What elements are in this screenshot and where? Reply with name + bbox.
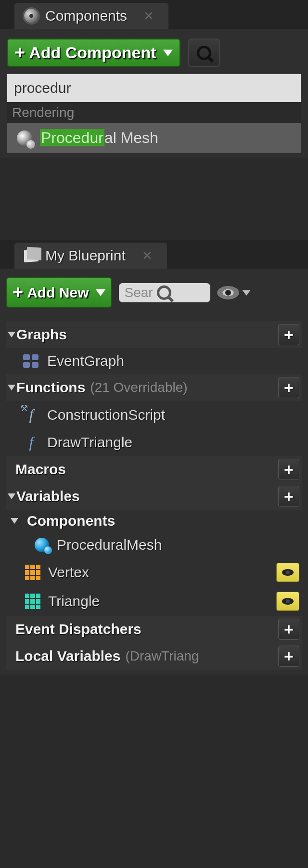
component-var-icon	[35, 538, 49, 552]
blueprint-tab-title: My Blueprint	[45, 247, 126, 264]
panel-gap	[0, 158, 308, 240]
expand-icon	[8, 332, 15, 337]
item-label: DrawTriangle	[47, 434, 132, 451]
visibility-toggle[interactable]	[276, 592, 299, 611]
plus-icon: +	[14, 42, 25, 63]
construction-function-icon: f	[23, 406, 39, 424]
blueprint-tab-bar: My Blueprint ✕	[0, 240, 308, 269]
add-new-label: Add New	[27, 285, 89, 301]
close-icon[interactable]: ✕	[143, 9, 154, 24]
component-result-procedural-mesh[interactable]: Procedural Mesh	[7, 123, 301, 153]
add-macro-button[interactable]: +	[278, 459, 299, 480]
category-label: Graphs	[16, 326, 67, 343]
category-hint: (21 Overridable)	[90, 380, 187, 395]
item-label: Vertex	[48, 564, 89, 581]
expand-icon	[8, 385, 15, 390]
my-blueprint-panel: My Blueprint ✕ + Add New Sear Gr	[0, 240, 308, 674]
mesh-component-icon	[17, 130, 32, 146]
add-component-label: Add Component	[29, 43, 156, 62]
function-item-constructionscript[interactable]: f ConstructionScript	[6, 401, 302, 428]
components-tab[interactable]: Components ✕	[14, 3, 168, 29]
variable-triangle[interactable]: Triangle	[6, 587, 302, 616]
dropdown-caret-icon	[163, 50, 173, 56]
add-component-button[interactable]: + Add Component	[7, 39, 180, 67]
search-icon	[157, 285, 171, 300]
dropdown-caret-icon	[242, 290, 251, 296]
category-label: Variables	[16, 488, 80, 505]
category-label: Macros	[15, 461, 66, 478]
search-icon	[197, 46, 211, 60]
plus-icon: +	[13, 282, 23, 303]
item-label: ProceduralMesh	[57, 537, 162, 553]
category-label: Components	[27, 513, 115, 529]
components-panel-body: + Add Component Rendering Procedural Mes…	[0, 29, 308, 158]
category-label: Local Variables	[15, 648, 120, 664]
components-tab-title: Components	[45, 8, 127, 24]
category-label: Event Dispatchers	[15, 621, 141, 637]
view-options-button[interactable]	[217, 286, 251, 299]
array-var-icon	[25, 565, 40, 580]
search-toggle-button[interactable]	[188, 39, 220, 67]
expand-icon	[11, 518, 18, 524]
category-graphs[interactable]: Graphs +	[6, 321, 302, 348]
item-label: ConstructionScript	[47, 407, 165, 423]
search-placeholder: Sear	[125, 285, 153, 300]
dropdown-caret-icon	[96, 289, 105, 296]
component-search-input[interactable]	[7, 74, 301, 102]
visibility-toggle[interactable]	[276, 563, 299, 582]
function-item-drawtriangle[interactable]: f DrawTriangle	[6, 428, 302, 456]
add-event-dispatcher-button[interactable]: +	[278, 619, 299, 640]
add-local-variable-button[interactable]: +	[278, 646, 299, 667]
components-panel: Components ✕ + Add Component Rendering P…	[0, 0, 308, 158]
subcategory-components[interactable]: Components	[6, 510, 302, 532]
expand-icon	[8, 493, 15, 499]
close-icon[interactable]: ✕	[142, 248, 153, 263]
eventgraph-icon	[23, 354, 39, 368]
result-group-rendering: Rendering	[7, 102, 301, 123]
variable-vertex[interactable]: Vertex	[6, 558, 302, 587]
add-variable-button[interactable]: +	[278, 486, 299, 507]
category-macros[interactable]: Macros +	[6, 456, 302, 483]
category-functions[interactable]: Functions (21 Overridable) +	[6, 374, 302, 401]
item-label: Triangle	[48, 593, 100, 609]
blueprint-panel-body: + Add New Sear Graphs + EventGr	[0, 269, 308, 674]
blueprint-tab[interactable]: My Blueprint ✕	[14, 243, 167, 269]
component-search-popup: Rendering Procedural Mesh	[7, 74, 301, 153]
add-function-button[interactable]: +	[278, 377, 299, 398]
item-label: EventGraph	[47, 353, 124, 369]
components-toolbar: + Add Component	[7, 39, 301, 67]
function-icon: f	[23, 433, 39, 451]
category-variables[interactable]: Variables +	[6, 483, 302, 510]
eye-icon	[282, 569, 294, 576]
blueprint-icon	[24, 249, 38, 262]
category-event-dispatchers[interactable]: Event Dispatchers +	[6, 616, 302, 643]
category-hint: (DrawTriang	[125, 648, 199, 664]
array-var-icon	[25, 594, 40, 609]
graph-item-eventgraph[interactable]: EventGraph	[6, 348, 302, 374]
blueprint-tree: Graphs + EventGraph Functions (21 Overri…	[6, 321, 302, 670]
variable-proceduralmesh[interactable]: ProceduralMesh	[6, 532, 302, 558]
result-label: Procedural Mesh	[40, 129, 158, 147]
category-label: Functions	[16, 379, 85, 396]
blueprint-search-input[interactable]: Sear	[119, 283, 210, 302]
category-local-variables[interactable]: Local Variables (DrawTriang +	[6, 643, 302, 670]
add-new-button[interactable]: + Add New	[6, 277, 112, 308]
gear-icon	[24, 9, 38, 23]
eye-icon	[217, 286, 239, 299]
add-graph-button[interactable]: +	[278, 324, 299, 345]
eye-icon	[282, 598, 294, 605]
components-tab-bar: Components ✕	[0, 0, 308, 29]
blueprint-toolbar: + Add New Sear	[6, 277, 302, 308]
